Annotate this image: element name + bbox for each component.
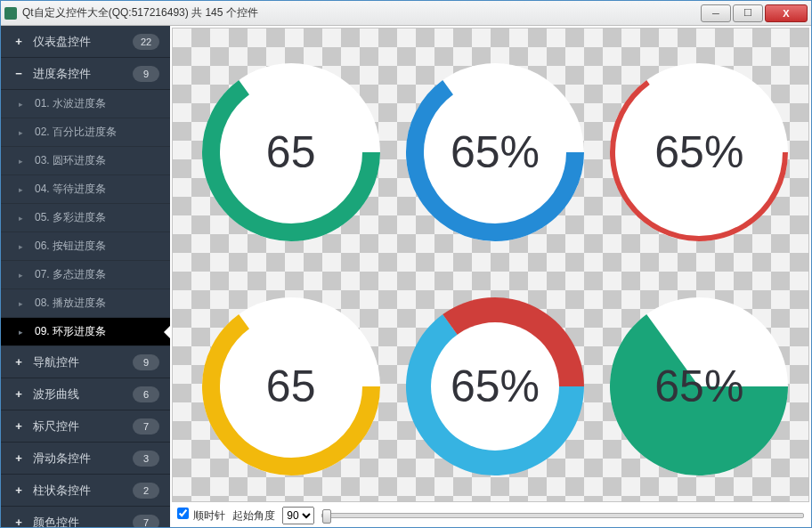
value-slider[interactable] [321, 513, 804, 518]
sidebar-category-cat5[interactable]: +滑动条控件3 [1, 443, 170, 475]
expand-icon: + [12, 419, 26, 433]
progress-value-text: 65% [605, 293, 792, 480]
window-title: Qt自定义控件大全(QQ:517216493) 共 145 个控件 [22, 5, 699, 20]
titlebar: Qt自定义控件大全(QQ:517216493) 共 145 个控件 ─ ☐ X [1, 1, 811, 26]
clockwise-checkbox-wrap[interactable]: 顺时针 [177, 508, 225, 524]
category-label: 进度条控件 [33, 66, 133, 82]
ring-progress-1: 65 [196, 46, 386, 258]
chevron-right-icon: ▸ [19, 157, 29, 166]
expand-icon: + [12, 355, 26, 369]
main-area: 6565%65%6565%65% 顺时针 起始角度 90 [170, 26, 811, 527]
close-button[interactable]: X [765, 4, 808, 22]
sidebar-item-7[interactable]: ▸07. 多态进度条 [1, 261, 170, 289]
sidebar-item-9[interactable]: ▸09. 环形进度条 [1, 318, 170, 346]
expand-icon: + [12, 35, 26, 48]
ring-progress-5: 65% [400, 281, 589, 493]
preview-canvas: 6565%65%6565%65% [172, 28, 809, 502]
category-label: 滑动条控件 [33, 451, 133, 467]
sidebar-item-label: 03. 圆环进度条 [35, 153, 106, 168]
sidebar-item-label: 05. 多彩进度条 [35, 210, 106, 225]
expand-icon: + [12, 451, 26, 465]
sidebar-category-cat3[interactable]: +波形曲线6 [1, 378, 170, 410]
category-label: 标尺控件 [33, 418, 133, 435]
category-label: 柱状条控件 [33, 483, 133, 499]
chevron-right-icon: ▸ [19, 128, 29, 137]
sidebar-item-5[interactable]: ▸05. 多彩进度条 [1, 204, 170, 232]
expand-icon: + [12, 516, 26, 527]
sidebar-item-4[interactable]: ▸04. 等待进度条 [1, 175, 170, 204]
category-label: 仪表盘控件 [33, 34, 133, 50]
progress-value-text: 65% [605, 59, 792, 246]
start-angle-label: 起始角度 [232, 508, 275, 524]
expand-icon: + [12, 387, 26, 401]
category-badge: 22 [133, 34, 159, 50]
category-badge: 2 [133, 483, 159, 499]
bottom-controls: 顺时针 起始角度 90 [170, 504, 811, 527]
ring-progress-2: 65% [400, 46, 589, 258]
expand-icon: − [12, 67, 26, 80]
chevron-right-icon: ▸ [19, 328, 29, 337]
chevron-right-icon: ▸ [19, 100, 29, 109]
sidebar-category-cat2[interactable]: +导航控件9 [1, 346, 170, 378]
category-label: 颜色控件 [33, 515, 133, 528]
category-label: 波形曲线 [33, 386, 133, 402]
sidebar-item-8[interactable]: ▸08. 播放进度条 [1, 289, 170, 318]
sidebar-item-2[interactable]: ▸02. 百分比进度条 [1, 118, 170, 147]
sidebar-item-3[interactable]: ▸03. 圆环进度条 [1, 147, 170, 175]
sidebar-item-1[interactable]: ▸01. 水波进度条 [1, 90, 170, 118]
sidebar-category-cat4[interactable]: +标尺控件7 [1, 410, 170, 443]
sidebar-category-cat7[interactable]: +颜色控件7 [1, 507, 170, 527]
progress-value-text: 65 [198, 293, 385, 480]
sidebar[interactable]: +仪表盘控件22−进度条控件9▸01. 水波进度条▸02. 百分比进度条▸03.… [1, 26, 170, 527]
window-controls: ─ ☐ X [699, 4, 808, 22]
sidebar-category-progress[interactable]: −进度条控件9 [1, 58, 170, 90]
start-angle-select[interactable]: 90 [282, 507, 314, 524]
category-badge: 9 [133, 354, 159, 370]
category-badge: 7 [133, 515, 159, 528]
sidebar-item-label: 06. 按钮进度条 [35, 239, 106, 254]
category-badge: 7 [133, 418, 159, 435]
progress-value-text: 65% [402, 59, 589, 246]
sidebar-item-label: 08. 播放进度条 [35, 296, 106, 311]
sidebar-item-label: 01. 水波进度条 [35, 96, 106, 111]
chevron-right-icon: ▸ [19, 214, 29, 223]
minimize-button[interactable]: ─ [701, 4, 731, 22]
chevron-right-icon: ▸ [19, 185, 29, 194]
dial-grid: 6565%65%6565%65% [173, 28, 808, 501]
window: Qt自定义控件大全(QQ:517216493) 共 145 个控件 ─ ☐ X … [0, 0, 812, 528]
chevron-right-icon: ▸ [19, 242, 29, 251]
chevron-right-icon: ▸ [19, 271, 29, 280]
maximize-button[interactable]: ☐ [733, 4, 763, 22]
clockwise-label: 顺时针 [193, 509, 225, 522]
sidebar-item-6[interactable]: ▸06. 按钮进度条 [1, 232, 170, 261]
sidebar-item-label: 09. 环形进度条 [35, 324, 106, 339]
chevron-right-icon: ▸ [19, 299, 29, 308]
slider-thumb[interactable] [322, 509, 331, 524]
ring-progress-3: 65% [605, 46, 794, 258]
ring-progress-6: 65% [605, 281, 794, 493]
sidebar-item-label: 07. 多态进度条 [35, 267, 106, 282]
progress-value-text: 65 [198, 59, 385, 246]
ring-progress-4: 65 [196, 281, 386, 493]
app-icon [4, 7, 17, 20]
sidebar-category-cat6[interactable]: +柱状条控件2 [1, 475, 170, 507]
category-badge: 3 [133, 451, 159, 467]
expand-icon: + [12, 483, 26, 497]
progress-value-text: 65% [402, 293, 589, 480]
category-label: 导航控件 [33, 354, 133, 370]
sidebar-item-label: 04. 等待进度条 [35, 182, 106, 197]
sidebar-category-dashboard[interactable]: +仪表盘控件22 [1, 26, 170, 58]
category-badge: 9 [133, 66, 159, 82]
category-badge: 6 [133, 386, 159, 402]
sidebar-item-label: 02. 百分比进度条 [35, 125, 117, 140]
clockwise-checkbox[interactable] [177, 508, 189, 519]
